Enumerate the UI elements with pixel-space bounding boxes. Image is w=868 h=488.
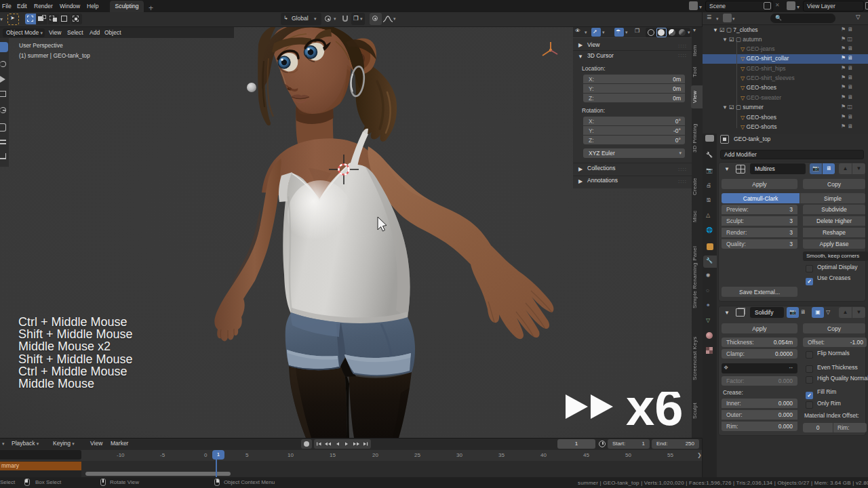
svg-text:x6: x6	[626, 392, 684, 436]
